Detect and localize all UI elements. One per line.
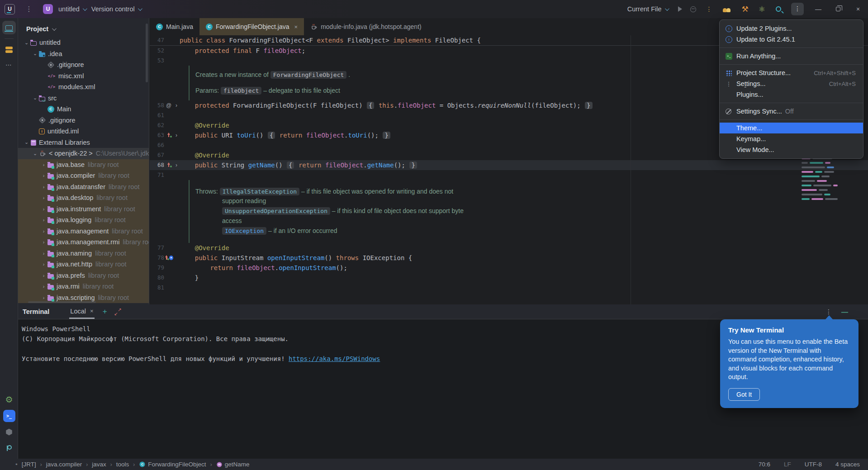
chevron-down-icon[interactable]: ⌄ — [23, 40, 30, 46]
chevron-down-icon[interactable]: ⌄ — [31, 95, 39, 101]
debug-icon[interactable] — [690, 6, 696, 12]
expand-icon[interactable] — [114, 308, 122, 315]
terminal-options-icon[interactable]: ⋮ — [825, 308, 832, 315]
chevron-right-icon[interactable]: › — [40, 228, 47, 234]
overrides-gutter-icon[interactable] — [166, 162, 171, 167]
terminal-link[interactable]: https://aka.ms/PSWindows — [289, 355, 380, 362]
tree-item[interactable]: ›java.prefslibrary root — [18, 270, 149, 281]
tree-item[interactable]: ⌄.idea — [18, 48, 149, 60]
tree-item[interactable]: ›java.compilerlibrary root — [18, 170, 149, 181]
menu-item[interactable]: Project Structure...Ctrl+Alt+Shift+S — [720, 67, 863, 78]
terminal-tab-local[interactable]: Local × — [69, 304, 94, 319]
search-everywhere-icon[interactable] — [776, 6, 781, 12]
toolbar-more-icon[interactable]: ⋮ — [791, 3, 804, 15]
chevron-right-icon[interactable]: › — [40, 273, 47, 278]
menu-item[interactable]: Plugins... — [720, 89, 863, 100]
tree-item[interactable]: ›java.net.httplibrary root — [18, 259, 149, 270]
tree-item[interactable]: </>modules.xml — [18, 81, 149, 93]
chevron-right-icon[interactable]: › — [40, 284, 47, 289]
menu-item[interactable]: Theme... — [720, 123, 863, 133]
project-panel-header[interactable]: Project — [18, 18, 149, 37]
tree-item[interactable]: ⌄< openjdk-22 >C:\Users\User\.jdks — [18, 148, 149, 159]
fold-arrow-icon[interactable]: › — [173, 102, 180, 109]
project-tool-button[interactable] — [2, 21, 16, 34]
run-icon[interactable] — [678, 6, 682, 12]
tree-item[interactable]: .gitignore — [18, 59, 149, 71]
menu-item[interactable]: ⋮Settings...Ctrl+Alt+S — [720, 78, 863, 89]
editor-tab[interactable]: CMain.java — [150, 18, 199, 35]
chevron-right-icon[interactable]: › — [40, 162, 47, 167]
vcs-widget[interactable]: Version control — [91, 5, 141, 13]
overrides-gutter-icon[interactable] — [164, 255, 169, 260]
status-widget[interactable]: UTF-8 — [805, 461, 822, 468]
breadcrumb-item[interactable]: mgetName — [216, 461, 250, 468]
breadcrumb-item[interactable]: [JRT] — [22, 461, 36, 468]
tree-item[interactable]: ›java.instrumentlibrary root — [18, 204, 149, 215]
chevron-right-icon[interactable]: › — [40, 184, 47, 190]
menu-item[interactable]: >_Run Anything... — [720, 51, 863, 62]
tree-item[interactable]: ›java.baselibrary root — [18, 159, 149, 171]
status-widget[interactable]: 4 spaces — [835, 461, 860, 468]
chevron-right-icon[interactable]: › — [40, 173, 47, 178]
breadcrumb-item[interactable]: javax — [92, 461, 106, 468]
chevron-right-icon[interactable]: › — [40, 295, 47, 300]
project-widget[interactable]: untitled — [58, 5, 86, 13]
annotation-gutter-icon[interactable]: @ — [166, 102, 171, 109]
menu-item[interactable]: ↑Update to Git 2.45.1 — [720, 34, 863, 45]
tree-item[interactable]: ›java.desktoplibrary root — [18, 192, 149, 204]
chevron-right-icon[interactable]: › — [40, 239, 47, 245]
window-minimize-button[interactable]: — — [808, 0, 828, 18]
breadcrumb-item[interactable]: CForwardingFileObject — [139, 461, 206, 468]
run-more-icon[interactable]: ⋮ — [706, 5, 712, 13]
code-with-me-icon[interactable] — [723, 6, 732, 12]
menu-item[interactable]: View Mode... — [720, 144, 863, 155]
status-widget[interactable]: LF — [784, 461, 791, 468]
tree-item[interactable]: .gitignore — [18, 115, 149, 126]
tree-item[interactable]: ›java.datatransferlibrary root — [18, 181, 149, 193]
tree-item[interactable]: ›java.naminglibrary root — [18, 248, 149, 259]
marker-gutter-icon[interactable] — [169, 256, 173, 260]
tree-item[interactable]: ›java.managementlibrary root — [18, 226, 149, 237]
new-terminal-icon[interactable]: + — [103, 307, 107, 316]
chevron-right-icon[interactable]: › — [40, 251, 47, 256]
breadcrumb-item[interactable]: java.compiler — [46, 461, 82, 468]
ai-plugin-icon[interactable]: ⚛ — [759, 5, 765, 14]
tree-item[interactable]: CMain — [18, 104, 149, 115]
window-restore-button[interactable] — [828, 0, 848, 18]
main-menu-burger-icon[interactable]: ⋮ — [25, 5, 33, 13]
tree-item[interactable]: ⌄src — [18, 93, 149, 104]
commit-tool-button[interactable] — [2, 43, 16, 57]
menu-item[interactable]: ↑Update 2 Plugins... — [720, 23, 863, 34]
services-tool-button[interactable] — [2, 425, 16, 439]
tree-horizontal-scrollbar[interactable] — [28, 301, 96, 303]
chevron-down-icon[interactable]: ⌄ — [31, 51, 39, 57]
tree-item[interactable]: Iuntitled.iml — [18, 126, 149, 137]
editor-tab[interactable]: CForwardingFileObject.java× — [199, 18, 304, 35]
editor-tab[interactable]: module-info.java (jdk.hotspot.agent) — [304, 18, 428, 35]
chevron-right-icon[interactable]: › — [40, 217, 47, 223]
chevron-down-icon[interactable]: ⌄ — [31, 151, 39, 157]
tree-item[interactable]: ›java.logginglibrary root — [18, 214, 149, 226]
menu-item[interactable]: Keymap... — [720, 133, 863, 144]
window-close-button[interactable]: × — [848, 0, 868, 18]
got-it-button[interactable]: Got It — [728, 388, 760, 401]
fold-arrow-icon[interactable]: › — [173, 132, 180, 138]
fold-arrow-icon[interactable]: › — [173, 162, 180, 168]
chevron-right-icon[interactable]: › — [40, 261, 47, 267]
overrides-gutter-icon[interactable] — [166, 133, 171, 138]
tree-item[interactable]: </>misc.xml — [18, 71, 149, 82]
chevron-right-icon[interactable]: › — [40, 195, 47, 200]
git-tool-button[interactable] — [2, 442, 16, 455]
terminal-tool-button[interactable]: >_ — [2, 409, 16, 423]
breadcrumb-item[interactable]: tools — [116, 461, 129, 468]
run-configuration-widget[interactable]: Current File — [627, 5, 668, 13]
tree-item[interactable]: ⌄External Libraries — [18, 137, 149, 148]
more-tool-windows-icon[interactable]: ⋯ — [0, 61, 18, 68]
tree-item[interactable]: ›java.rmilibrary root — [18, 281, 149, 292]
close-icon[interactable]: × — [90, 308, 94, 314]
tree-item[interactable]: ⌄untitled — [18, 37, 149, 48]
build-tools-icon[interactable]: ⚒ — [742, 5, 749, 14]
settings-tool-button[interactable]: ⚙ — [2, 393, 16, 406]
hide-terminal-icon[interactable]: — — [841, 308, 848, 316]
status-widget[interactable]: 70:6 — [759, 461, 770, 468]
